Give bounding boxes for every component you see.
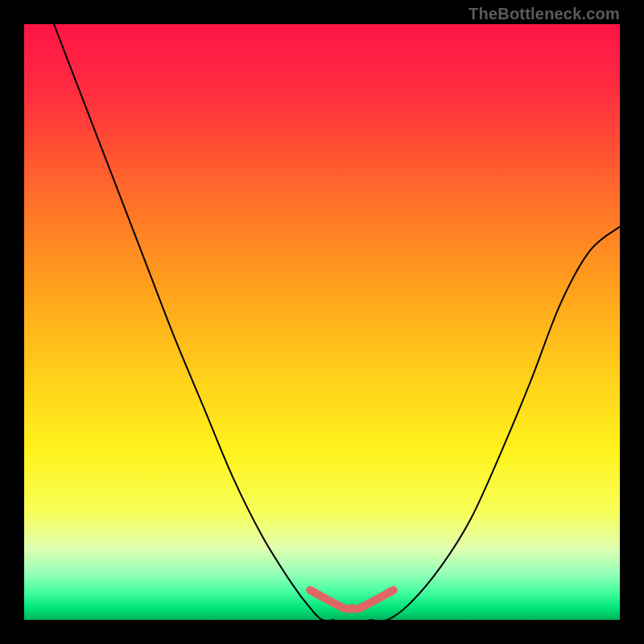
chart-frame: TheBottleneck.com <box>0 0 644 644</box>
source-label: TheBottleneck.com <box>469 5 620 23</box>
plot-area <box>24 24 620 620</box>
curve-right-branch <box>369 227 620 620</box>
bottleneck-curve <box>24 24 620 620</box>
curve-left-branch <box>54 24 334 620</box>
trough-marker <box>310 590 394 609</box>
